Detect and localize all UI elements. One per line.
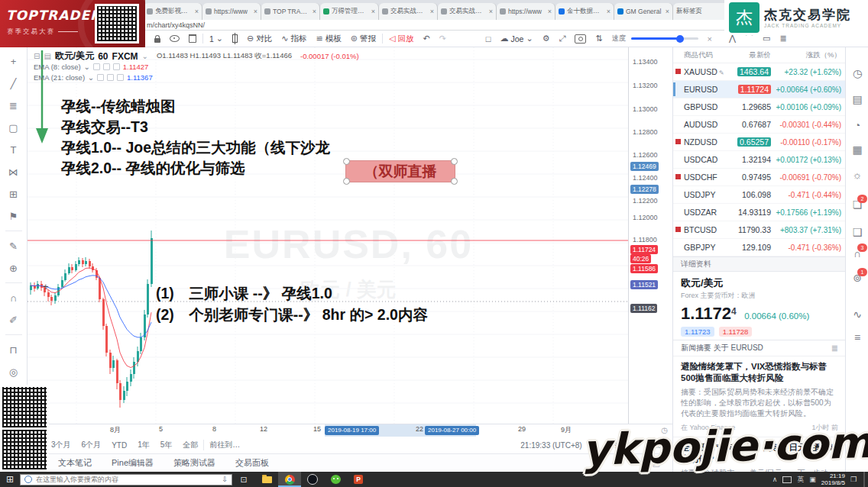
- redo-button[interactable]: ↷: [435, 31, 451, 47]
- watchlist-row[interactable]: GBPUSD1.29685+0.00106 (+0.09%): [673, 98, 846, 116]
- chart-area[interactable]: EURUSD, 60 欧元 / 美元 ⊟ ▤ 欧元/美元 60 FXCM ⌄ O…: [28, 47, 628, 424]
- chart-style-button[interactable]: [228, 31, 242, 47]
- tool-prediction[interactable]: ⊞: [5, 186, 23, 202]
- display-icon[interactable]: [782, 476, 792, 483]
- taskbar-clock[interactable]: 21:19 2019/8/5: [821, 472, 845, 486]
- time-axis[interactable]: 2019-08-19 17:00 2019-08-27 00:00 ◷ 8月58…: [28, 424, 672, 437]
- start-button[interactable]: ⊞: [0, 474, 20, 485]
- browser-tab[interactable]: TOP TRADER|×: [261, 3, 320, 20]
- properties-button[interactable]: ⇅: [591, 31, 607, 47]
- goto-date-button[interactable]: 前往到…: [203, 440, 245, 450]
- range-end-label[interactable]: 2019-08-27 00:00: [425, 426, 479, 435]
- chrome-button[interactable]: [278, 472, 301, 487]
- ideas-icon[interactable]: ☼: [846, 169, 868, 181]
- watchlist-row[interactable]: USDJPY106.098-0.471 (-0.44%): [673, 186, 846, 204]
- watchlist-row[interactable]: USDZAR14.93119+0.17566 (+1.19%): [673, 204, 846, 221]
- tab-close-icon[interactable]: ×: [254, 8, 257, 15]
- chevron-down-icon[interactable]: ⌄: [88, 73, 94, 82]
- ema-eye-icon[interactable]: [97, 74, 104, 81]
- economic-calendar-icon[interactable]: ▦: [846, 144, 868, 156]
- details-section-header[interactable]: 详细资料: [673, 256, 846, 272]
- tab-close-icon[interactable]: ×: [195, 8, 199, 15]
- fullscreen-button[interactable]: ⤢: [555, 31, 571, 47]
- chart-settings-button[interactable]: ⚙: [538, 31, 555, 47]
- tab-close-icon[interactable]: ×: [371, 8, 375, 15]
- highlighted-annotation[interactable]: （双师直播: [345, 160, 455, 182]
- panel-tab-Pine编辑器[interactable]: Pine编辑器: [112, 457, 154, 469]
- watchlist-row[interactable]: USDCAD1.32194+0.00172 (+0.13%): [673, 151, 846, 169]
- tool-hide[interactable]: ◎: [5, 364, 23, 379]
- speed-close-icon[interactable]: ×: [708, 34, 712, 44]
- browser-tab[interactable]: 交易实战解析×: [379, 3, 438, 20]
- browser-tab[interactable]: GM General×: [614, 3, 673, 20]
- tab-close-icon[interactable]: ×: [489, 8, 493, 15]
- ime-indicator[interactable]: 英: [797, 475, 804, 485]
- lock-drawings-button[interactable]: [150, 31, 165, 47]
- ema-close-icon[interactable]: [117, 74, 124, 81]
- tab-close-icon[interactable]: ×: [607, 8, 611, 15]
- browser-tab[interactable]: 新标签页: [673, 3, 732, 20]
- ema-settings-icon[interactable]: [107, 74, 114, 81]
- templates-button[interactable]: ≌模板: [312, 31, 346, 47]
- ema-settings-icon[interactable]: [103, 63, 110, 70]
- chart-annotation-text[interactable]: 孕线--传统蜡烛图孕线交易--T3孕线1.0-- Joe总结的三大功能（线下沙龙…: [61, 96, 330, 179]
- ema8-legend[interactable]: EMA (8: close) ⌄ 1.11427: [34, 63, 148, 71]
- tool-zoom-in[interactable]: ⊕: [5, 260, 23, 276]
- range-start-label[interactable]: 2019-08-19 17:00: [325, 426, 379, 435]
- selection-handle[interactable]: [451, 178, 458, 185]
- news-section-header[interactable]: 新闻摘要 关于 EURUSD ≣: [673, 340, 846, 356]
- alarm-clock-icon[interactable]: ◷: [846, 67, 868, 79]
- ema-eye-icon[interactable]: [93, 63, 100, 70]
- chart-notes-text[interactable]: (1) 三师小课 --》 孕线1.0(2) 个别老师专门课--》 8hr 的> …: [156, 282, 428, 325]
- tool-shapes[interactable]: ▢: [5, 120, 23, 135]
- browser-tab[interactable]: 金十数据中心×: [555, 3, 614, 20]
- tool-xabcd-pattern[interactable]: ⋈: [5, 164, 23, 179]
- range-button[interactable]: 1年: [132, 440, 155, 450]
- range-button[interactable]: 6个月: [76, 440, 107, 450]
- symbol-name[interactable]: 欧元/美元: [55, 50, 94, 63]
- watchlist-row[interactable]: USDCHF0.97495-0.00691 (-0.70%): [673, 169, 846, 186]
- browser-tab[interactable]: 交易实战解析×: [438, 3, 497, 20]
- chevron-down-icon[interactable]: ⌄: [142, 52, 148, 60]
- tool-brush[interactable]: ✎: [5, 238, 23, 253]
- support-icon[interactable]: ∩3: [846, 247, 868, 260]
- tab-close-icon[interactable]: ×: [548, 8, 552, 15]
- tool-crosshair[interactable]: +: [5, 53, 23, 69]
- tab-close-icon[interactable]: ×: [313, 8, 316, 15]
- powerpoint-button[interactable]: P: [347, 472, 370, 487]
- keyboard-icon[interactable]: ▣: [809, 476, 816, 483]
- watchlist-row[interactable]: XAUUSD ✎1463.64+23.32 (+1.62%): [673, 63, 846, 81]
- interval-select[interactable]: 1⌄: [205, 31, 228, 47]
- replay-speed-control[interactable]: 速度×: [612, 34, 712, 44]
- compare-button[interactable]: ⊖对比: [242, 31, 277, 47]
- selection-handle[interactable]: [343, 178, 350, 185]
- tool-fib-retracement[interactable]: ≣: [5, 98, 23, 113]
- comments-icon[interactable]: ❑: [846, 226, 868, 238]
- price-axis[interactable]: 1.134001.132001.130001.128001.126001.124…: [628, 47, 673, 424]
- selection-handle[interactable]: [343, 158, 350, 165]
- panel-tab-文本笔记[interactable]: 文本笔记: [58, 457, 92, 469]
- range-button[interactable]: 3个月: [46, 440, 76, 450]
- speed-slider[interactable]: [631, 37, 698, 40]
- panel-tab-策略测试器[interactable]: 策略测试器: [173, 457, 215, 469]
- ema21-legend[interactable]: EMA (21: close) ⌄ 1.11367: [34, 73, 153, 82]
- notification-center-icon[interactable]: ❒: [850, 476, 857, 483]
- notifications-icon[interactable]: ⊚1: [846, 272, 868, 284]
- file-explorer-button[interactable]: [255, 472, 278, 487]
- watchlist-row[interactable]: AUDUSD0.67687-0.00301 (-0.44%): [673, 116, 846, 134]
- undo-button[interactable]: ↶: [418, 31, 434, 47]
- chevron-down-icon[interactable]: ⌄: [84, 63, 90, 71]
- interval-value[interactable]: 60: [98, 51, 108, 62]
- hotlist-icon[interactable]: ◔: [846, 119, 868, 131]
- exchange-name[interactable]: FXCM: [112, 51, 138, 62]
- remove-drawings-button[interactable]: [184, 31, 201, 47]
- browser-tab[interactable]: https://www×: [202, 3, 261, 20]
- snapshot-button[interactable]: [570, 31, 591, 47]
- range-button[interactable]: 全部: [177, 440, 203, 450]
- indicators-button[interactable]: ∿指标: [277, 31, 311, 47]
- watchlist-row[interactable]: NZDUSD0.65257-0.00110 (-0.17%): [673, 134, 846, 151]
- layout-button[interactable]: □: [481, 31, 496, 47]
- obs-button[interactable]: [301, 472, 324, 487]
- tab-close-icon[interactable]: ×: [666, 8, 669, 15]
- cloud-save-button[interactable]: ☁Joe⌄: [496, 31, 538, 47]
